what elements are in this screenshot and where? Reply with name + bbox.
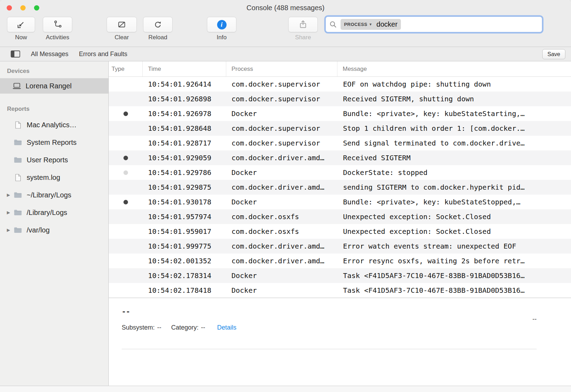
column-header-type[interactable]: Type [109,61,143,76]
sidebar-device-item[interactable]: Lorena Rangel [0,78,108,94]
category-value: -- [201,324,205,331]
search-filter-category[interactable]: PROCESS [344,22,367,27]
log-row[interactable]: 10:54:02.001352 com.docker.driver.amd… E… [109,254,571,268]
log-process: com.docker.supervisor [226,95,337,103]
sidebar-item[interactable]: ▶~/Library/Logs [0,186,108,204]
log-row[interactable]: 10:54:02.178314 Docker Task <F41D5AF3-7C… [109,268,571,283]
clear-icon [117,20,126,29]
folder-icon [13,139,23,146]
sidebar-item-label: Mac Analytics… [27,121,76,129]
log-row[interactable]: 10:54:01.999775 com.docker.driver.amd… E… [109,239,571,254]
traffic-lights [7,5,39,11]
content: Devices Lorena Rangel Reports Mac Analyt… [0,61,571,386]
column-header-time[interactable]: Time [143,61,226,76]
sidebar-toggle-button[interactable] [11,50,20,58]
log-time: 10:54:01.929059 [143,154,226,162]
folder-icon [13,227,23,233]
sidebar-item[interactable]: ▶/var/log [0,221,108,239]
log-time: 10:54:01.926978 [143,109,226,118]
log-time: 10:54:01.926898 [143,95,226,103]
log-process: Docker [226,198,337,206]
log-time: 10:54:01.929875 [143,183,226,191]
disclosure-triangle-icon[interactable]: ▶ [4,192,13,197]
log-row[interactable]: 10:54:01.928717 com.docker.supervisor Se… [109,136,571,150]
sidebar: Devices Lorena Rangel Reports Mac Analyt… [0,61,109,386]
clear-button[interactable]: Clear [107,17,137,41]
log-row[interactable]: 10:54:01.926414 com.docker.supervisor EO… [109,77,571,92]
reload-button[interactable]: Reload [143,17,173,41]
log-message: Received SIGTERM, shutting down [337,95,571,103]
share-button[interactable]: Share [288,17,318,41]
log-time: 10:54:01.999775 [143,242,226,250]
log-type-cell [109,156,143,160]
subsystem-value: -- [157,324,161,331]
log-time: 10:54:01.957974 [143,212,226,221]
sidebar-item[interactable]: System Reports [0,134,108,151]
document-icon [13,121,23,129]
log-row[interactable]: 10:54:01.929059 com.docker.driver.amd… R… [109,150,571,165]
log-row[interactable]: 10:54:01.929786 Docker DockerState: stop… [109,165,571,180]
document-icon [13,174,23,181]
search-filter-token[interactable]: PROCESS ▼ docker [341,19,401,30]
log-type-cell [109,170,143,175]
log-message: EOF on watchdog pipe: shutting down [337,80,571,88]
log-process: Docker [226,168,337,177]
log-row[interactable]: 10:54:01.928648 com.docker.supervisor St… [109,121,571,136]
detail-divider [122,349,537,349]
details-link[interactable]: Details [217,324,236,331]
close-button[interactable] [7,5,12,11]
table-header: Type Time Process Message [109,61,571,77]
sidebar-reports-list: Mac Analytics…System ReportsUser Reports… [0,116,108,239]
log-row[interactable]: 10:54:01.929875 com.docker.driver.amd… s… [109,180,571,195]
minimize-button[interactable] [20,5,26,11]
log-row[interactable]: 10:54:02.178418 Docker Task <F41D5AF3-7C… [109,283,571,298]
log-process: Docker [226,286,337,295]
log-row[interactable]: 10:54:01.930178 Docker Bundle: <private>… [109,195,571,209]
save-button[interactable]: Save [542,49,565,59]
log-message: Error watch events stream: unexpected EO… [337,242,571,250]
log-process: com.docker.driver.amd… [226,154,337,162]
zoom-button[interactable] [34,5,39,11]
sidebar-item[interactable]: ▶/Library/Logs [0,204,108,221]
search-input[interactable]: docker [376,20,397,28]
log-time: 10:54:02.178418 [143,286,226,295]
sidebar-item[interactable]: system.log [0,169,108,186]
column-header-process[interactable]: Process [226,61,337,76]
sidebar-item-label: ~/Library/Logs [27,191,71,199]
log-message: Error resync osxfs, waiting 2s before re… [337,257,571,265]
scope-bar: All Messages Errors and Faults Save [0,47,571,61]
log-time: 10:54:01.928717 [143,139,226,147]
log-process: com.docker.supervisor [226,80,337,88]
log-process: com.docker.supervisor [226,139,337,147]
log-process: Docker [226,109,337,118]
subsystem-label: Subsystem: [122,324,155,331]
activities-icon [53,20,62,29]
log-time: 10:54:01.928648 [143,124,226,133]
disclosure-triangle-icon[interactable]: ▶ [4,228,13,232]
sidebar-item[interactable]: Mac Analytics… [0,116,108,134]
log-row[interactable]: 10:54:01.959017 com.docker.osxfs Unexpec… [109,224,571,239]
activities-button[interactable]: Activities [43,17,72,41]
disclosure-triangle-icon[interactable]: ▶ [4,210,13,215]
log-message: Task <F41D5AF3-7C10-467E-83BB-91BAD0D53B… [337,286,571,295]
column-header-message[interactable]: Message [337,61,571,76]
jump-to-now-icon [16,20,26,29]
info-button[interactable]: i Info [207,17,236,41]
sidebar-item-label: User Reports [27,156,68,164]
now-button[interactable]: Now [7,17,35,41]
search-field[interactable]: PROCESS ▼ docker [325,16,542,32]
folder-icon [13,192,23,198]
log-row[interactable]: 10:54:01.926898 com.docker.supervisor Re… [109,92,571,106]
log-process: com.docker.supervisor [226,124,337,133]
tab-errors-and-faults[interactable]: Errors and Faults [79,50,127,58]
sidebar-item[interactable]: User Reports [0,151,108,169]
detail-meta-row: Subsystem: -- Category: -- Details [122,324,571,331]
sidebar-device-label: Lorena Rangel [26,82,72,90]
log-row[interactable]: 10:54:01.957974 com.docker.osxfs Unexpec… [109,209,571,224]
horizontal-scrollbar-track[interactable] [0,386,571,392]
log-row[interactable]: 10:54:01.926978 Docker Bundle: <private>… [109,106,571,121]
tab-all-messages[interactable]: All Messages [31,50,68,58]
log-process: com.docker.osxfs [226,212,337,221]
log-process: com.docker.osxfs [226,227,337,236]
info-icon: i [217,20,227,29]
